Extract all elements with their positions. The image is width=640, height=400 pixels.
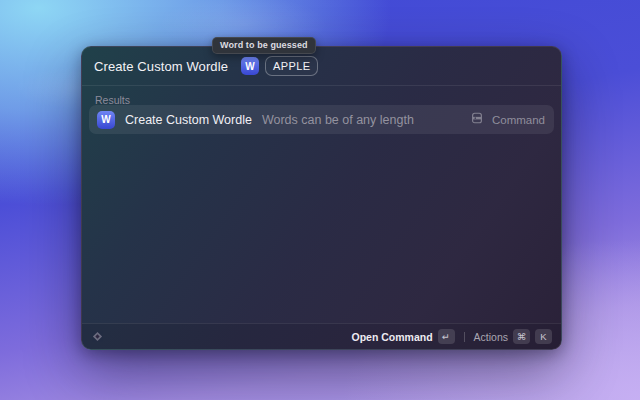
wordle-app-icon: W — [97, 111, 115, 129]
action-bar: Open Command ↵ Actions ⌘ K — [82, 323, 561, 349]
raycast-launcher-window: Create Custom Wordle W APPLE Results W C… — [81, 46, 562, 350]
result-type-badge: Command — [492, 114, 545, 126]
command-type-icon — [470, 111, 484, 129]
page-title: Create Custom Wordle — [94, 59, 228, 74]
wordle-app-icon: W — [241, 57, 259, 75]
result-title: Create Custom Wordle — [125, 113, 252, 127]
command-header: Create Custom Wordle W APPLE — [82, 47, 561, 86]
raycast-logo-icon — [91, 330, 104, 343]
result-item-create-custom-wordle[interactable]: W Create Custom Wordle Words can be of a… — [89, 105, 554, 134]
command-keycap: ⌘ — [513, 329, 530, 344]
return-keycap: ↵ — [438, 329, 455, 344]
argument-tooltip: Word to be guessed — [212, 37, 316, 54]
word-argument-input[interactable]: APPLE — [265, 56, 318, 76]
actions-menu-button[interactable]: Actions — [474, 331, 508, 343]
footer-divider — [464, 332, 465, 342]
k-keycap: K — [535, 329, 552, 344]
result-subtitle: Words can be of any length — [262, 113, 414, 127]
desktop-wallpaper: Create Custom Wordle W APPLE Results W C… — [0, 0, 640, 400]
open-command-action[interactable]: Open Command — [351, 331, 432, 343]
